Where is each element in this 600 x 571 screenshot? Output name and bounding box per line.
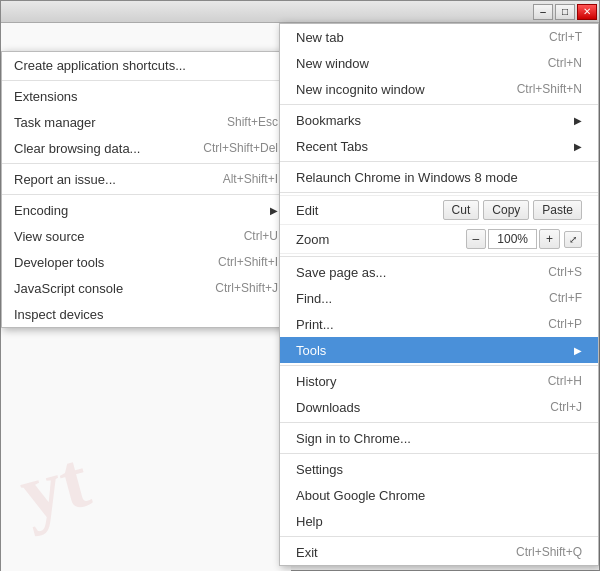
separator <box>280 161 598 162</box>
separator <box>2 80 290 81</box>
close-button[interactable]: ✕ <box>577 4 597 20</box>
menu-item-about[interactable]: About Google Chrome <box>280 482 598 508</box>
menu-item-bookmarks[interactable]: Bookmarks ▶ <box>280 107 598 133</box>
menu-item-help[interactable]: Help <box>280 508 598 534</box>
edit-row: Edit Cut Copy Paste <box>280 195 598 225</box>
menu-item-inspect-devices[interactable]: Inspect devices <box>2 301 290 327</box>
menu-item-encoding[interactable]: Encoding ▶ <box>2 197 290 223</box>
zoom-in-button[interactable]: + <box>539 229 560 249</box>
tools-submenu: Create application shortcuts... Extensio… <box>1 51 291 328</box>
title-bar: – □ ✕ <box>1 1 599 23</box>
menu-item-new-window[interactable]: New window Ctrl+N <box>280 50 598 76</box>
menu-item-extensions[interactable]: Extensions <box>2 83 290 109</box>
zoom-row: Zoom – 100% + ⤢ <box>280 225 598 254</box>
window-frame: – □ ✕ yt SECURE 🔒 🚫 100% F ☆ ≡ Create ap… <box>0 0 600 571</box>
separator <box>280 536 598 537</box>
menu-item-new-tab[interactable]: New tab Ctrl+T <box>280 24 598 50</box>
menu-item-find[interactable]: Find... Ctrl+F <box>280 285 598 311</box>
minimize-button[interactable]: – <box>533 4 553 20</box>
chrome-menu: New tab Ctrl+T New window Ctrl+N New inc… <box>279 23 599 566</box>
separator <box>280 256 598 257</box>
zoom-out-button[interactable]: – <box>466 229 487 249</box>
menu-item-javascript-console[interactable]: JavaScript console Ctrl+Shift+J <box>2 275 290 301</box>
zoom-label: Zoom <box>296 232 466 247</box>
menu-item-relaunch[interactable]: Relaunch Chrome in Windows 8 mode <box>280 164 598 190</box>
menu-item-save-page[interactable]: Save page as... Ctrl+S <box>280 259 598 285</box>
menu-item-new-incognito[interactable]: New incognito window Ctrl+Shift+N <box>280 76 598 102</box>
separator <box>280 192 598 193</box>
separator <box>2 194 290 195</box>
menu-item-view-source[interactable]: View source Ctrl+U <box>2 223 290 249</box>
separator <box>280 422 598 423</box>
separator <box>280 104 598 105</box>
fullscreen-button[interactable]: ⤢ <box>564 231 582 248</box>
cut-button[interactable]: Cut <box>443 200 480 220</box>
separator <box>2 163 290 164</box>
paste-button[interactable]: Paste <box>533 200 582 220</box>
menu-item-print[interactable]: Print... Ctrl+P <box>280 311 598 337</box>
menu-item-settings[interactable]: Settings <box>280 456 598 482</box>
menu-item-history[interactable]: History Ctrl+H <box>280 368 598 394</box>
separator <box>280 453 598 454</box>
maximize-button[interactable]: □ <box>555 4 575 20</box>
menu-item-developer-tools[interactable]: Developer tools Ctrl+Shift+I <box>2 249 290 275</box>
menu-item-exit[interactable]: Exit Ctrl+Shift+Q <box>280 539 598 565</box>
menu-item-task-manager[interactable]: Task manager Shift+Esc <box>2 109 290 135</box>
menu-item-recent-tabs[interactable]: Recent Tabs ▶ <box>280 133 598 159</box>
menu-item-downloads[interactable]: Downloads Ctrl+J <box>280 394 598 420</box>
watermark: yt <box>10 434 98 539</box>
menu-item-tools[interactable]: Tools ▶ <box>280 337 598 363</box>
menu-item-report-issue[interactable]: Report an issue... Alt+Shift+I <box>2 166 290 192</box>
edit-label: Edit <box>296 203 439 218</box>
separator <box>280 365 598 366</box>
zoom-value: 100% <box>488 229 537 249</box>
menu-item-clear-browsing[interactable]: Clear browsing data... Ctrl+Shift+Del <box>2 135 290 161</box>
copy-button[interactable]: Copy <box>483 200 529 220</box>
menu-item-create-shortcuts[interactable]: Create application shortcuts... <box>2 52 290 78</box>
menu-item-sign-in[interactable]: Sign in to Chrome... <box>280 425 598 451</box>
